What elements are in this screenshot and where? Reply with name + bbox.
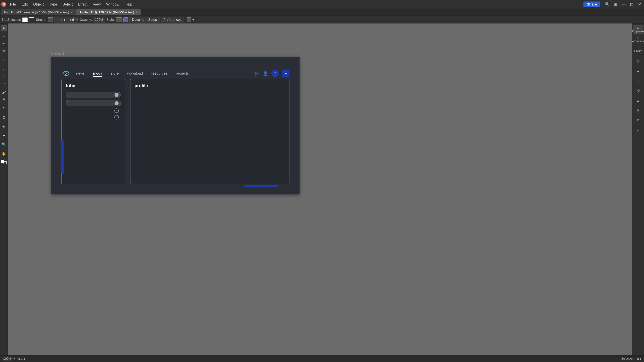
cart-icon[interactable]: 🛒 bbox=[254, 71, 260, 76]
nav-projects[interactable]: projects bbox=[176, 71, 189, 76]
nav-download[interactable]: download bbox=[127, 71, 143, 76]
page-prev[interactable]: ◀ bbox=[18, 357, 20, 361]
stroke-indicator[interactable] bbox=[4, 161, 6, 164]
ellipse-tool[interactable]: ○ bbox=[1, 80, 7, 86]
menu-help[interactable]: Help bbox=[122, 1, 135, 7]
svg-text:Ai: Ai bbox=[2, 3, 5, 6]
tab-close-1[interactable]: ✕ bbox=[70, 10, 73, 14]
gradient-tool[interactable]: ◈ bbox=[1, 123, 7, 130]
style-swatch2[interactable] bbox=[124, 17, 128, 22]
bottom-blue-bar bbox=[244, 185, 278, 187]
menu-edit[interactable]: Edit bbox=[18, 1, 30, 7]
appearance-icon: ◇ bbox=[637, 80, 639, 83]
tribe-input-1[interactable] bbox=[66, 92, 121, 98]
nav-right: 🛒 👤 ⬡ ≡ bbox=[254, 70, 290, 77]
menu-type[interactable]: Type bbox=[46, 1, 60, 7]
nav-menu-button[interactable]: ≡ bbox=[282, 70, 290, 77]
maximize-icon[interactable]: □ bbox=[628, 1, 634, 7]
stroke-width-select[interactable]: 3 pt. Round 1 pt. 2 pt. bbox=[54, 17, 78, 22]
stroke-label: Stroke: bbox=[36, 18, 46, 22]
radio-circle-1[interactable] bbox=[114, 108, 119, 113]
menu-window[interactable]: Window bbox=[104, 1, 122, 7]
artboard: Untitled-1 news moov store download reso… bbox=[51, 57, 300, 194]
line-tool[interactable]: / bbox=[1, 66, 7, 72]
expand-icon: ⬡ bbox=[637, 128, 639, 131]
zoom-value[interactable]: 100% bbox=[2, 357, 12, 361]
link-icon: 🔗 bbox=[636, 89, 640, 92]
pref-arrow[interactable]: ▾ bbox=[192, 18, 194, 22]
document-setup-button[interactable]: Document Setup bbox=[130, 17, 160, 22]
left-toolbar: ▲ ◻ ✒ ✏ T / □ ○ 🖌 ✎ ↻ ⊘ ◈ ✦ 🔍 ✋ bbox=[0, 23, 8, 355]
tab-untitled[interactable]: Untitled-1* @ 128.62 % (RGB/Preview) ✕ bbox=[76, 9, 141, 15]
pathfinder-panel-btn[interactable]: ⊘ bbox=[633, 115, 644, 125]
page-nav: ◀ 1 ▶ bbox=[18, 357, 26, 361]
nav-resources[interactable]: resources bbox=[151, 71, 168, 76]
nav-news[interactable]: news bbox=[76, 71, 85, 76]
type-panel-btn[interactable]: A bbox=[633, 67, 644, 76]
search-icon[interactable]: 🔍 bbox=[604, 1, 610, 7]
rect-tool[interactable]: □ bbox=[1, 73, 7, 79]
zoom-tool[interactable]: 🔍 bbox=[1, 141, 7, 148]
curvature-tool[interactable]: ✏ bbox=[1, 48, 7, 54]
transform-panel-btn[interactable]: ⊞ bbox=[633, 96, 644, 105]
artboards-icon: ⊡ bbox=[637, 36, 639, 39]
style-preview[interactable] bbox=[116, 17, 122, 22]
direct-selection-tool[interactable]: ◻ bbox=[1, 32, 7, 38]
top-right-icons: 🔍 ⊞ — □ ✕ bbox=[604, 1, 643, 7]
eyedropper-tool[interactable]: ✦ bbox=[1, 132, 7, 139]
menu-view[interactable]: View bbox=[90, 1, 104, 7]
badge-icon: ⬡ bbox=[274, 72, 276, 75]
fill-swatch[interactable] bbox=[22, 17, 28, 22]
close-icon[interactable]: ✕ bbox=[636, 1, 643, 7]
opacity-input[interactable] bbox=[93, 17, 105, 22]
type-icon: A bbox=[637, 70, 639, 73]
tribe-input-2[interactable] bbox=[66, 100, 121, 106]
share-button[interactable]: Share bbox=[584, 1, 600, 7]
info-panel-btn[interactable]: ⓘ bbox=[633, 57, 644, 66]
status-arrow-right[interactable]: ▶ bbox=[640, 357, 642, 361]
link-panel-btn[interactable]: 🔗 bbox=[633, 86, 644, 95]
type-tool[interactable]: T bbox=[1, 57, 7, 63]
properties-icon: ⊞ bbox=[637, 26, 639, 29]
menu-select[interactable]: Select bbox=[60, 1, 76, 7]
appearance-panel-btn[interactable]: ◇ bbox=[633, 76, 644, 86]
preferences-button[interactable]: Preferences bbox=[161, 17, 184, 22]
selection-tool[interactable]: ▲ bbox=[1, 25, 7, 31]
artboards-panel-btn[interactable]: ⊡ Artboards bbox=[633, 34, 644, 44]
pencil-tool[interactable]: ✎ bbox=[1, 96, 7, 103]
no-selection-label: No Selection bbox=[2, 18, 21, 22]
pen-tool[interactable]: ✒ bbox=[1, 41, 7, 47]
menu-effect[interactable]: Effect bbox=[76, 1, 90, 7]
align-panel-btn[interactable]: ⊟ bbox=[633, 106, 644, 115]
layers-panel-btn[interactable]: ☰ Layers bbox=[633, 44, 644, 54]
rotate-tool[interactable]: ↻ bbox=[1, 105, 7, 112]
stroke-swatch[interactable] bbox=[29, 17, 34, 22]
stroke-color-swatch[interactable] bbox=[48, 17, 53, 22]
tab-close-2[interactable]: ✕ bbox=[136, 10, 138, 14]
tab-label-2: Untitled-1* @ 128.62 % (RGB/Preview) bbox=[79, 10, 134, 14]
minimize-icon[interactable]: — bbox=[620, 1, 626, 7]
user-icon[interactable]: 👤 bbox=[263, 71, 268, 76]
properties-label: Properties bbox=[632, 30, 644, 33]
menu-file[interactable]: File bbox=[8, 1, 18, 7]
radio-circle-2[interactable] bbox=[114, 115, 119, 119]
hand-tool[interactable]: ✋ bbox=[1, 150, 7, 157]
page-next[interactable]: ▶ bbox=[24, 357, 26, 361]
pathfinder-icon: ⊘ bbox=[637, 118, 639, 122]
tab-functional-screens[interactable]: FunctionalScreens.ai @ 100% (RGB/Preview… bbox=[1, 9, 76, 15]
expand-panel-btn[interactable]: ⬡ bbox=[633, 125, 644, 134]
pref-icon[interactable] bbox=[187, 17, 191, 22]
arrange-icon[interactable]: ⊞ bbox=[612, 1, 618, 7]
menu-object[interactable]: Object bbox=[30, 1, 46, 7]
nav-moov[interactable]: moov bbox=[93, 71, 102, 76]
zoom-arrow[interactable]: ▾ bbox=[14, 357, 15, 361]
nav-store[interactable]: store bbox=[110, 71, 119, 76]
layers-icon: ☰ bbox=[637, 45, 639, 49]
paintbrush-tool[interactable]: 🖌 bbox=[1, 89, 7, 95]
blend-tool[interactable]: ⊘ bbox=[1, 114, 7, 121]
hamburger-icon: ≡ bbox=[285, 72, 287, 75]
canvas-area[interactable]: Untitled-1 news moov store download reso… bbox=[8, 23, 632, 355]
status-arrow-left[interactable]: ◀ bbox=[636, 357, 639, 361]
properties-panel-btn[interactable]: ⊞ Properties bbox=[633, 25, 644, 34]
status-bar: 100% ▾ ◀ 1 ▶ Selection ◀ ▶ bbox=[0, 355, 644, 362]
